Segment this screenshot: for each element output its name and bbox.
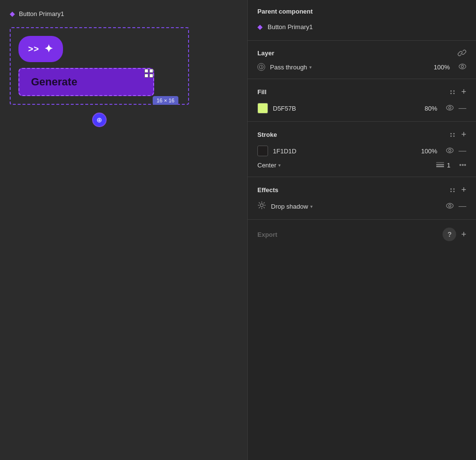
four-dot-icon <box>450 90 455 94</box>
svg-line-15 <box>259 202 260 203</box>
effect-row: Drop shadow ▾ — <box>257 201 466 212</box>
layer-visibility-icon[interactable] <box>459 63 466 71</box>
fill-color-hex[interactable]: D5F57B <box>273 105 420 112</box>
fill-section-title: Fill <box>257 88 267 96</box>
stroke-visibility-icon[interactable] <box>446 147 454 155</box>
generate-label: Generate <box>31 76 77 88</box>
stroke-more-icon[interactable] <box>450 133 455 137</box>
target-icon: ⊕ <box>92 113 107 127</box>
stroke-section-title: Stroke <box>257 131 277 138</box>
stroke-weight-value[interactable]: 1 <box>447 162 450 169</box>
component-diamond-icon: ◆ <box>257 23 263 31</box>
stroke-color-hex[interactable]: 1F1D1D <box>273 148 416 155</box>
stroke-options-icon[interactable]: ••• <box>459 161 466 169</box>
export-header: Export ? + <box>257 228 466 241</box>
svg-point-20 <box>449 205 451 207</box>
help-badge[interactable]: ? <box>443 228 456 241</box>
layer-opacity-value[interactable]: 100% <box>434 64 450 71</box>
stroke-color-swatch[interactable] <box>257 146 268 156</box>
canvas-title-text: Button Primary1 <box>19 10 64 17</box>
btn-primary[interactable]: >> ✦ <box>18 36 63 62</box>
drop-shadow-selector[interactable]: Drop shadow ▾ <box>271 203 437 210</box>
svg-point-4 <box>449 107 451 109</box>
layer-blend-row: Pass through ▾ 100% <box>257 63 466 71</box>
parent-component-row: ◆ Button Primary1 <box>257 21 466 33</box>
stroke-weight-row: 1 <box>436 161 450 169</box>
target-icon-container: ⊕ <box>10 113 189 127</box>
stroke-color-row: 1F1D1D 100% — <box>257 146 466 156</box>
parent-component-section: Parent component ◆ Button Primary1 <box>248 0 476 41</box>
svg-line-18 <box>259 207 260 208</box>
fill-section: Fill + D5F57B 80% — <box>248 79 476 122</box>
stroke-section: Stroke + 1F1D1D 100% — <box>248 122 476 177</box>
component-frame: >> ✦ Generate 16 × 16 <box>10 27 189 105</box>
layer-section-header: Layer <box>257 49 466 57</box>
svg-point-6 <box>449 149 451 152</box>
handle-br <box>149 74 153 78</box>
right-panel: Parent component ◆ Button Primary1 Layer <box>248 0 476 460</box>
btn-generate[interactable]: Generate <box>18 68 154 96</box>
fill-more-icon[interactable] <box>450 90 455 94</box>
blend-mode-icon <box>257 63 265 71</box>
fill-opacity-value[interactable]: 80% <box>425 105 437 112</box>
svg-point-19 <box>446 203 453 208</box>
stroke-section-header: Stroke + <box>257 130 466 140</box>
handle-bl <box>144 74 148 78</box>
layer-section-title: Layer <box>257 49 274 57</box>
svg-point-3 <box>446 105 453 110</box>
canvas-panel: ◆ Button Primary1 >> ✦ Generate 1 <box>0 0 247 460</box>
stroke-position-chevron: ▾ <box>278 163 281 168</box>
stroke-detail-row: Center ▾ 1 ••• <box>257 161 466 169</box>
blend-mode-text: Pass through <box>270 64 307 71</box>
size-badge: 16 × 16 <box>153 96 178 105</box>
svg-point-5 <box>446 148 453 153</box>
component-icon: ◆ <box>10 10 15 17</box>
svg-point-1 <box>459 64 466 69</box>
export-add-icon[interactable]: + <box>461 230 466 240</box>
drop-shadow-icon <box>257 201 266 212</box>
svg-point-2 <box>461 66 464 68</box>
export-section: Export ? + <box>248 220 476 249</box>
drop-shadow-chevron: ▾ <box>310 204 313 209</box>
drop-shadow-label: Drop shadow <box>271 203 308 210</box>
fill-add-icon[interactable]: + <box>461 87 466 97</box>
svg-line-17 <box>264 202 265 203</box>
layer-link-icon[interactable] <box>458 49 466 57</box>
effects-add-icon[interactable]: + <box>461 185 466 195</box>
stroke-section-icons: + <box>450 130 466 140</box>
fill-remove-icon[interactable]: — <box>459 104 466 113</box>
stroke-opacity-value[interactable]: 100% <box>421 148 437 155</box>
fill-section-icons: + <box>450 87 466 97</box>
effects-section-icons: + <box>450 185 466 195</box>
effects-more-icon[interactable] <box>450 188 455 192</box>
fill-color-swatch[interactable] <box>257 103 268 114</box>
effect-visibility-icon[interactable] <box>446 202 454 210</box>
effects-section: Effects + <box>248 177 476 220</box>
parent-component-header: Parent component <box>257 8 466 15</box>
svg-point-10 <box>260 204 263 207</box>
fill-section-header: Fill + <box>257 87 466 97</box>
export-title: Export <box>257 231 277 238</box>
stroke-position-label: Center <box>257 162 276 169</box>
blend-mode-chevron: ▾ <box>309 65 312 70</box>
generate-row: Generate 16 × 16 <box>18 68 180 96</box>
handle-tl <box>144 69 148 73</box>
canvas-title: ◆ Button Primary1 <box>10 10 64 17</box>
effects-section-title: Effects <box>257 186 278 194</box>
parent-component-name: Button Primary1 <box>268 23 313 31</box>
fill-visibility-icon[interactable] <box>446 104 454 112</box>
arrows-icon: >> <box>28 44 39 54</box>
effect-remove-icon[interactable]: — <box>459 202 466 211</box>
stroke-add-icon[interactable]: + <box>461 130 466 140</box>
stroke-position-selector[interactable]: Center ▾ <box>257 162 281 169</box>
layer-section: Layer Pass through ▾ 100% <box>248 41 476 79</box>
stroke-remove-icon[interactable]: — <box>459 147 466 155</box>
blend-mode-selector[interactable]: Pass through ▾ <box>270 64 429 71</box>
four-dot-icon-2 <box>450 133 455 137</box>
effects-section-header: Effects + <box>257 185 466 195</box>
handle-tr <box>149 69 153 73</box>
fill-color-row: D5F57B 80% — <box>257 103 466 114</box>
selection-handles <box>144 69 153 78</box>
svg-line-16 <box>264 207 265 208</box>
four-dot-icon-3 <box>450 188 455 192</box>
